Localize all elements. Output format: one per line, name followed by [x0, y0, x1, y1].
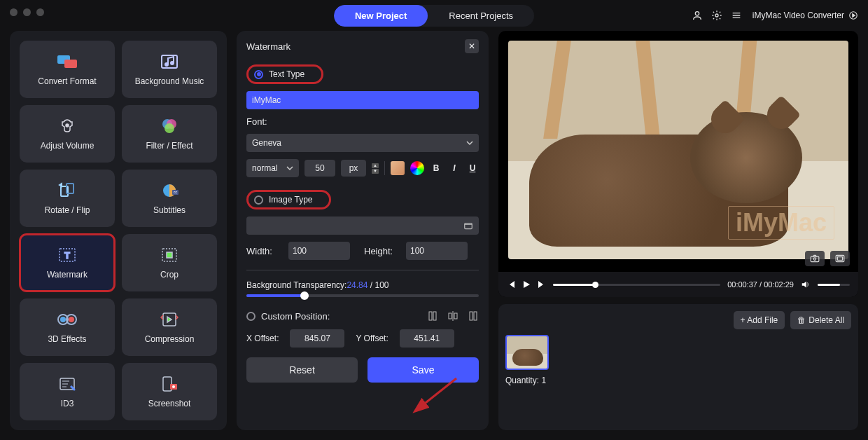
convert-format-icon	[57, 53, 78, 71]
tool-sidebar: Convert FormatBackground MusicAdjust Vol…	[10, 31, 227, 430]
svg-rect-37	[811, 256, 819, 262]
svg-rect-19	[167, 252, 172, 258]
subtitles-icon: cc	[159, 181, 180, 200]
app-name: iMyMac Video Converter	[752, 11, 858, 20]
text-type-radio-highlight: Text Type	[246, 64, 323, 84]
tool-adjust-volume[interactable]: Adjust Volume	[20, 105, 115, 163]
italic-button[interactable]: I	[448, 163, 461, 173]
tool-subtitles[interactable]: ccSubtitles	[122, 170, 217, 227]
top-bar: New Project Recent Projects iMyMac Video…	[0, 0, 868, 31]
tool-rotate-flip[interactable]: Rotate / Flip	[20, 170, 115, 227]
file-thumbnail[interactable]	[505, 335, 549, 370]
video-preview: iMyMac 00:00:37 / 00:02:29	[498, 31, 858, 297]
svg-point-1	[715, 14, 718, 17]
image-type-radio[interactable]	[254, 195, 263, 205]
svg-point-26	[74, 389, 76, 391]
next-button[interactable]	[538, 280, 546, 289]
transparency-slider[interactable]	[246, 294, 479, 297]
color-picker-icon[interactable]	[410, 161, 424, 175]
y-offset-label: Y Offset:	[356, 334, 388, 343]
chevron-down-icon	[286, 165, 293, 172]
save-button[interactable]: Save	[368, 357, 479, 383]
tool-convert-format[interactable]: Convert Format	[20, 41, 115, 98]
svg-rect-33	[449, 313, 451, 319]
prev-button[interactable]	[507, 280, 515, 289]
svg-text:cc: cc	[174, 190, 178, 194]
font-label: Font:	[246, 116, 479, 127]
svg-rect-4	[64, 60, 77, 68]
underline-button[interactable]: U	[466, 163, 479, 173]
color-swatch[interactable]	[391, 161, 405, 175]
tool-watermark[interactable]: TWatermark	[20, 234, 115, 291]
font-family-select[interactable]: Geneva	[246, 134, 479, 152]
files-area: + Add File 🗑 Delete All Quantity: 1	[498, 304, 858, 430]
image-type-label: Image Type	[269, 195, 312, 205]
svg-rect-35	[470, 312, 472, 320]
filter-effect-icon	[159, 117, 180, 135]
svg-point-29	[172, 385, 175, 388]
tool-background-music[interactable]: Background Music	[122, 41, 217, 98]
watermark-settings-panel: Watermark ✕ Text Type Font: Geneva norma…	[237, 31, 489, 430]
svg-rect-36	[474, 312, 477, 320]
svg-point-22	[60, 317, 66, 322]
watermark-preview-text: iMyMac	[728, 206, 834, 240]
transparency-section: Background Transparency:24.84 / 100	[246, 280, 479, 297]
menu-icon[interactable]	[730, 9, 743, 22]
rotate-flip-icon	[57, 181, 78, 200]
account-icon[interactable]	[691, 9, 704, 22]
custom-position-radio[interactable]	[246, 312, 255, 321]
tool-filter-effect[interactable]: Filter / Effect	[122, 105, 217, 163]
close-panel-button[interactable]: ✕	[465, 39, 479, 53]
tool-compression[interactable]: Compression	[122, 298, 217, 356]
play-circle-icon	[848, 11, 858, 20]
time-display: 00:00:37 / 00:02:29	[727, 280, 794, 289]
x-offset-input[interactable]	[290, 329, 344, 348]
y-offset-input[interactable]	[400, 329, 454, 348]
quantity-label: Quantity: 1	[505, 376, 851, 385]
font-size-input[interactable]: 50	[304, 160, 335, 177]
text-type-label: Text Type	[269, 69, 304, 79]
id3-icon	[57, 375, 78, 393]
play-button[interactable]	[522, 280, 531, 289]
svg-point-8	[66, 124, 69, 127]
align-center-icon[interactable]	[447, 310, 459, 322]
svg-point-0	[695, 12, 699, 15]
font-unit: px	[341, 160, 366, 177]
tool-3d-effects[interactable]: 3D Effects	[20, 298, 115, 356]
delete-all-button[interactable]: 🗑 Delete All	[790, 311, 851, 329]
image-type-radio-highlight: Image Type	[246, 190, 331, 209]
svg-rect-39	[836, 255, 844, 261]
screenshot-icon	[159, 375, 180, 393]
x-offset-label: X Offset:	[246, 334, 279, 343]
height-input[interactable]	[406, 242, 468, 260]
tab-recent-projects[interactable]: Recent Projects	[428, 5, 534, 27]
volume-icon[interactable]	[801, 280, 811, 289]
watermark-icon: T	[57, 246, 78, 264]
image-path-input[interactable]	[246, 216, 479, 235]
svg-rect-40	[838, 257, 843, 261]
text-type-radio[interactable]	[254, 70, 263, 79]
watermark-text-input[interactable]	[246, 91, 479, 109]
settings-icon[interactable]	[710, 9, 723, 22]
svg-text:T: T	[64, 250, 70, 261]
add-file-button[interactable]: + Add File	[734, 311, 785, 329]
align-left-icon[interactable]	[427, 310, 440, 322]
font-style-select[interactable]: normal	[246, 159, 299, 177]
height-label: Height:	[364, 246, 399, 256]
snapshot-button[interactable]	[805, 251, 825, 266]
tab-new-project[interactable]: New Project	[334, 5, 428, 27]
tool-id3[interactable]: ID3	[20, 363, 115, 420]
trash-icon: 🗑	[797, 315, 806, 325]
align-right-icon[interactable]	[466, 310, 479, 322]
tool-crop[interactable]: Crop	[122, 234, 217, 291]
progress-bar[interactable]	[553, 284, 720, 286]
bold-button[interactable]: B	[430, 163, 442, 173]
tool-screenshot[interactable]: Screenshot	[122, 363, 217, 420]
svg-point-38	[813, 258, 816, 261]
width-input[interactable]	[288, 242, 350, 260]
reset-button[interactable]: Reset	[246, 357, 358, 383]
player-controls: 00:00:37 / 00:02:29	[498, 272, 858, 297]
volume-slider[interactable]	[818, 284, 850, 286]
font-size-stepper[interactable]: ▲▼	[372, 163, 379, 174]
fullscreen-button[interactable]	[830, 251, 850, 266]
